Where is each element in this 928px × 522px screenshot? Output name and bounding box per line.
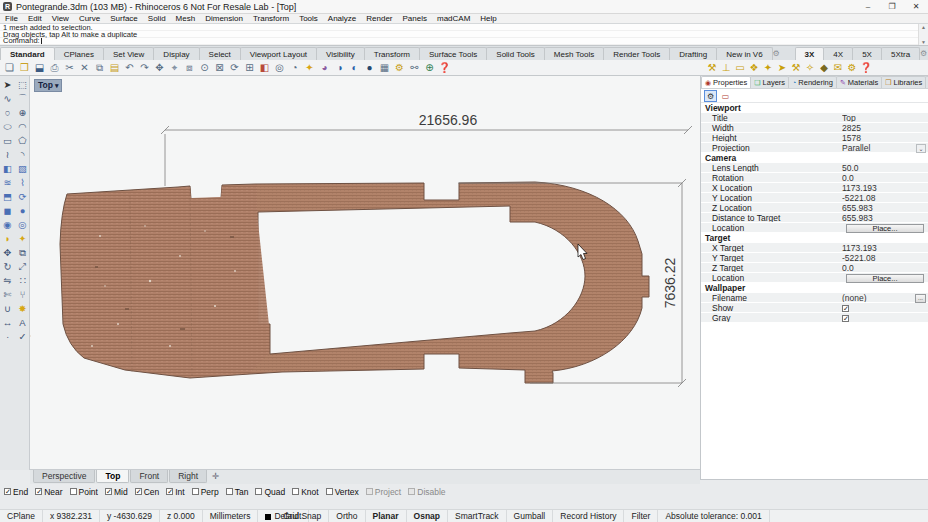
- array-icon[interactable]: ∷: [15, 274, 30, 288]
- place-button[interactable]: Place...: [846, 274, 924, 283]
- redo-icon[interactable]: ↷: [137, 61, 152, 75]
- menu-item[interactable]: Mesh: [171, 14, 201, 23]
- property-value[interactable]: 1578: [842, 133, 928, 142]
- viewport-tab[interactable]: Perspective: [33, 470, 95, 483]
- madcam-library-icon[interactable]: ◆: [817, 61, 831, 75]
- join-icon[interactable]: ∪: [0, 302, 15, 316]
- copy-object-icon[interactable]: ⧉: [15, 246, 30, 260]
- status-toggle[interactable]: Record History: [553, 510, 624, 522]
- maximize-button[interactable]: ❐: [880, 0, 904, 13]
- menu-item[interactable]: Render: [361, 14, 397, 23]
- checkbox[interactable]: [35, 488, 42, 495]
- conic-icon[interactable]: ◝: [15, 148, 30, 162]
- viewport-title-menu[interactable]: Top▾: [34, 79, 62, 92]
- lasso-select-icon[interactable]: ⬚: [15, 78, 30, 92]
- checkbox[interactable]: [408, 488, 415, 495]
- toolbar-tab[interactable]: Surface Tools: [419, 47, 487, 60]
- property-value[interactable]: Top: [842, 113, 928, 122]
- status-toggle[interactable]: Absolute tolerance: 0.001: [658, 510, 769, 522]
- dimension-icon[interactable]: ↔: [0, 316, 15, 330]
- zoom-extents-icon[interactable]: ⊠: [212, 61, 227, 75]
- status-toggle[interactable]: Planar: [366, 510, 407, 522]
- tab-rendering[interactable]: ◔ Rendering: [788, 76, 837, 88]
- shaded-ball-icon[interactable]: ◐: [347, 61, 362, 75]
- osnap-toggle[interactable]: Tan: [226, 487, 249, 497]
- undo-icon[interactable]: ↶: [122, 61, 137, 75]
- madcam-3s-icon[interactable]: ✦: [761, 61, 775, 75]
- minimize-button[interactable]: –: [856, 0, 880, 13]
- wireframe-icon[interactable]: ▦: [377, 61, 392, 75]
- command-prompt[interactable]: Command:: [0, 38, 928, 45]
- scroll-up-icon[interactable]: ▲: [921, 24, 926, 30]
- property-row[interactable]: Filename (none) ...: [701, 293, 928, 303]
- extrude-icon[interactable]: ⬒: [0, 190, 15, 204]
- checkbox[interactable]: [192, 488, 199, 495]
- osnap-toggle[interactable]: Quad: [255, 487, 285, 497]
- property-row[interactable]: Location Place...: [701, 223, 928, 233]
- tab-libraries[interactable]: ❒ Libraries: [881, 76, 926, 88]
- madcam-tab[interactable]: 3X: [795, 47, 825, 60]
- render-preview-icon[interactable]: ◑: [332, 61, 347, 75]
- explode-icon[interactable]: ✸: [15, 302, 30, 316]
- status-segment[interactable]: z 0.000: [160, 510, 203, 522]
- menu-item[interactable]: File: [0, 14, 23, 23]
- madcam-roughing-icon[interactable]: ⚒: [705, 61, 719, 75]
- toolbar-tab[interactable]: Drafting: [669, 47, 717, 60]
- property-row[interactable]: Location Place...: [701, 273, 928, 283]
- osnap-toggle[interactable]: Vertex: [326, 487, 359, 497]
- osnap-toggle[interactable]: Int: [166, 487, 184, 497]
- zoom-window-icon[interactable]: ⧈: [182, 61, 197, 75]
- check-mesh-icon[interactable]: ✓: [15, 330, 30, 344]
- osnap-toggle[interactable]: Near: [35, 487, 62, 497]
- property-row[interactable]: Title Top: [701, 113, 928, 123]
- property-value[interactable]: 50.0: [842, 163, 928, 172]
- property-row[interactable]: Distance to Target 655.983: [701, 213, 928, 223]
- tab-materials[interactable]: ✎ Materials: [836, 76, 882, 88]
- osnap-toggle[interactable]: Knot: [292, 487, 319, 497]
- status-toggle[interactable]: Grid Snap: [276, 510, 329, 522]
- toolbar-tab[interactable]: Set View: [103, 47, 154, 60]
- property-row[interactable]: Rotation 0.0: [701, 173, 928, 183]
- property-row[interactable]: Show: [701, 303, 928, 313]
- status-segment[interactable]: CPlane: [0, 510, 43, 522]
- status-segment[interactable]: y -4630.629: [100, 510, 160, 522]
- property-value[interactable]: 655.983: [842, 203, 928, 212]
- madcam-tab[interactable]: 5X: [852, 47, 882, 60]
- osnap-toggle[interactable]: Cen: [135, 487, 160, 497]
- property-row[interactable]: X Location 1173.193: [701, 183, 928, 193]
- blend-icon[interactable]: ✦: [15, 232, 30, 246]
- delete-icon[interactable]: ✕: [77, 61, 92, 75]
- circle-icon[interactable]: ○: [0, 106, 15, 120]
- menu-item[interactable]: Panels: [398, 14, 432, 23]
- checkbox[interactable]: [135, 488, 142, 495]
- link-icon[interactable]: ⚯: [407, 61, 422, 75]
- viewport-tab[interactable]: Top: [96, 470, 129, 483]
- status-toggle[interactable]: Osnap: [407, 510, 448, 522]
- toolbar-tab[interactable]: CPlanes: [54, 47, 104, 60]
- arc-icon[interactable]: ◠: [15, 120, 30, 134]
- property-row[interactable]: Z Target 0.0: [701, 263, 928, 273]
- help-icon[interactable]: ❓: [437, 61, 452, 75]
- property-value[interactable]: -5221.08: [842, 253, 928, 262]
- rotate-icon[interactable]: ↻: [0, 260, 15, 274]
- property-row[interactable]: X Target 1173.193: [701, 243, 928, 253]
- madcam-stock-icon[interactable]: ▭: [733, 61, 747, 75]
- menu-item[interactable]: Solid: [143, 14, 171, 23]
- ellipse-icon[interactable]: ⬭: [0, 120, 15, 134]
- object-properties-icon[interactable]: ⚙: [704, 90, 717, 102]
- scale-icon[interactable]: ⤢: [15, 260, 30, 274]
- property-value[interactable]: 2825: [842, 123, 928, 132]
- xray-viewport-icon[interactable]: ◎: [272, 61, 287, 75]
- status-segment[interactable]: x 9382.231: [43, 510, 100, 522]
- checkbox[interactable]: [105, 488, 112, 495]
- viewport-layout-icon[interactable]: ⊞: [242, 61, 257, 75]
- madcam-joblist-icon[interactable]: ➤: [775, 61, 789, 75]
- select-pointer-icon[interactable]: ➤: [0, 78, 15, 92]
- circle-tangent-icon[interactable]: ⊕: [15, 106, 30, 120]
- paste-icon[interactable]: ▤: [107, 61, 122, 75]
- status-segment[interactable]: Millimeters: [203, 510, 259, 522]
- status-toggle[interactable]: Filter: [624, 510, 658, 522]
- world-icon[interactable]: ⊕: [422, 61, 437, 75]
- new-file-icon[interactable]: ❏: [2, 61, 17, 75]
- madcam-gear-icon[interactable]: ⚙: [919, 47, 928, 60]
